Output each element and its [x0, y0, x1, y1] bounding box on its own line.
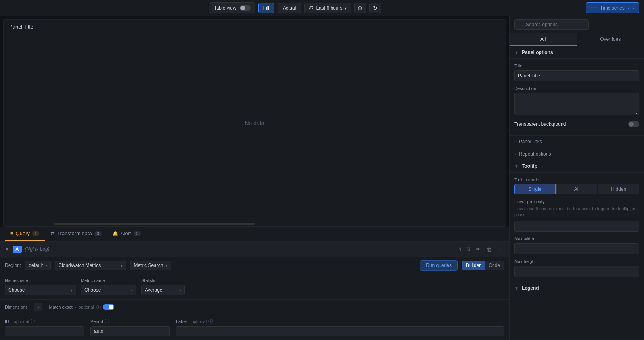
namespace-metric-row: Namespace Choose ▾ Metric name Choose ▾ …	[0, 274, 509, 300]
id-input[interactable]	[5, 326, 84, 336]
match-exact-info-icon[interactable]: ⓘ	[96, 304, 101, 310]
builder-code-toggle: Builder Code	[462, 261, 504, 270]
metric-name-group: Metric name Choose ▾	[81, 278, 136, 295]
tooltip-mode-group: Tooltip mode Single All Hidden	[514, 177, 639, 194]
tab-alert[interactable]: 🔔 Alert 0	[107, 227, 146, 241]
region-select[interactable]: default ▾	[25, 261, 51, 270]
namespace-select[interactable]: Choose ▾	[5, 285, 76, 295]
panel-links-row[interactable]: › Panel links	[510, 136, 644, 148]
metric-name-select[interactable]: Choose ▾	[81, 285, 136, 295]
chevron-down-icon: ▾	[345, 6, 347, 10]
dimensions-label: Dimensions	[5, 305, 27, 309]
add-dimension-btn[interactable]: +	[34, 303, 42, 311]
refresh-btn[interactable]: ↻	[369, 3, 381, 13]
repeat-options-chevron-icon: ›	[514, 152, 516, 156]
max-width-label: Max width	[514, 236, 639, 241]
tooltip-section-header[interactable]: ▼ Tooltip	[510, 160, 644, 173]
panel-type-forward-icon: ›	[633, 6, 634, 10]
metric-search-chevron-icon: ▾	[165, 263, 167, 268]
id-label: ID	[5, 319, 9, 324]
query-label: A (Nginx Log)	[13, 246, 454, 253]
id-info-icon[interactable]: ⓘ	[31, 318, 35, 324]
title-field-input[interactable]	[514, 70, 639, 81]
chart-area: Panel Title No data	[3, 19, 506, 227]
service-chevron-icon: ▾	[121, 263, 123, 268]
hover-proximity-label: Hover proximity	[514, 199, 639, 204]
tooltip-mode-btns: Single All Hidden	[514, 184, 639, 194]
max-height-group: Max height	[514, 259, 639, 277]
label-input[interactable]	[176, 326, 504, 336]
query-builder: ▼ A (Nginx Log) ℹ ⧉ 👁 🗑 ⋮ Region: defaul…	[0, 242, 509, 340]
panel-type-label: Time series	[600, 5, 625, 11]
search-options-input[interactable]	[514, 19, 589, 30]
query-more-btn[interactable]: ⋮	[495, 245, 504, 254]
chart-scrollbar[interactable]	[54, 223, 255, 225]
fill-btn[interactable]: Fill	[258, 3, 274, 13]
run-queries-btn[interactable]: Run queries	[420, 260, 458, 271]
description-field-textarea[interactable]	[514, 93, 639, 115]
table-view-toggle[interactable]: Table view	[210, 2, 255, 13]
hover-proximity-help: How close the cursor must be to a point …	[514, 206, 639, 218]
no-data-label: No data	[245, 120, 264, 126]
match-exact-toggle[interactable]	[103, 304, 114, 310]
query-controls: Region: default ▾ CloudWatch Metrics ▾ M…	[0, 257, 509, 274]
panel-options-section-header[interactable]: ▼ Panel options	[510, 46, 644, 59]
hover-proximity-input[interactable]	[514, 221, 639, 232]
query-tab-label: Query	[16, 231, 30, 236]
statistic-label: Statistic	[141, 278, 185, 283]
hover-proximity-group: Hover proximity How close the cursor mus…	[514, 199, 639, 232]
panel-links-title: Panel links	[519, 139, 542, 144]
legend-section-header[interactable]: ▼ Legend	[510, 282, 644, 294]
period-label: Period	[90, 319, 103, 324]
statistic-value: Average	[145, 287, 162, 293]
metric-search-select[interactable]: Metric Search ▾	[130, 261, 171, 270]
description-field-label: Description	[514, 86, 639, 91]
actual-btn[interactable]: Actual	[278, 3, 301, 13]
panel-type-btn[interactable]: 〰 Time series ▾ ›	[586, 2, 639, 13]
tooltip-all-btn[interactable]: All	[556, 184, 598, 194]
query-eye-btn[interactable]: 👁	[474, 245, 483, 254]
panel-options-chevron-icon: ▼	[514, 50, 519, 55]
tab-query[interactable]: ≡ Query 1	[5, 227, 45, 241]
period-info-icon[interactable]: ⓘ	[105, 318, 109, 324]
label-group: Label - optional ⓘ	[176, 318, 504, 336]
tooltip-single-btn[interactable]: Single	[514, 184, 556, 194]
right-panel-header: 🔍	[510, 16, 644, 33]
statistic-chevron-icon: ▾	[179, 288, 181, 292]
repeat-options-row[interactable]: › Repeat options	[510, 148, 644, 160]
transparent-bg-toggle[interactable]	[628, 121, 639, 127]
builder-btn[interactable]: Builder	[462, 261, 485, 270]
namespace-group: Namespace Choose ▾	[5, 278, 76, 295]
metric-search-value: Metric Search	[134, 263, 163, 268]
right-tab-all[interactable]: All	[510, 33, 577, 46]
tooltip-hidden-btn[interactable]: Hidden	[598, 184, 639, 194]
collapse-query-icon[interactable]: ▼	[5, 246, 10, 252]
time-range-btn[interactable]: ⏱ Last 6 hours ▾	[304, 3, 351, 13]
max-height-input[interactable]	[514, 266, 639, 277]
optional-fields-row: ID - optional ⓘ Period ⓘ	[0, 315, 509, 340]
match-exact-group: Match exact - optional ⓘ	[49, 304, 114, 310]
query-tab-icon: ≡	[10, 231, 13, 236]
period-input[interactable]	[90, 326, 170, 336]
query-row-header: ▼ A (Nginx Log) ℹ ⧉ 👁 🗑 ⋮	[0, 242, 509, 257]
right-tab-overrides[interactable]: Overrides	[577, 33, 644, 46]
panel-links-chevron-icon: ›	[514, 139, 516, 144]
tab-transform[interactable]: ⇄ Transform data 0	[45, 227, 107, 241]
main-layout: Panel Title No data ≡ Query 1 ⇄ Transfor…	[0, 16, 644, 340]
query-delete-btn[interactable]: 🗑	[485, 245, 494, 254]
statistic-select[interactable]: Average ▾	[141, 285, 185, 295]
max-height-label: Max height	[514, 259, 639, 264]
tooltip-mode-label: Tooltip mode	[514, 177, 639, 182]
period-group: Period ⓘ	[90, 318, 170, 336]
max-width-input[interactable]	[514, 243, 639, 254]
service-select[interactable]: CloudWatch Metrics ▾	[55, 261, 126, 270]
statistic-group: Statistic Average ▾	[141, 278, 185, 295]
code-btn[interactable]: Code	[485, 261, 504, 270]
query-copy-btn[interactable]: ⧉	[465, 245, 472, 254]
label-label: Label	[176, 319, 187, 324]
zoom-out-btn[interactable]: ⊖	[354, 3, 366, 13]
label-info-icon[interactable]: ⓘ	[208, 318, 213, 324]
right-tabs: All Overrides	[510, 33, 644, 46]
namespace-chevron-icon: ▾	[71, 288, 73, 292]
query-info-btn[interactable]: ℹ	[457, 245, 463, 254]
